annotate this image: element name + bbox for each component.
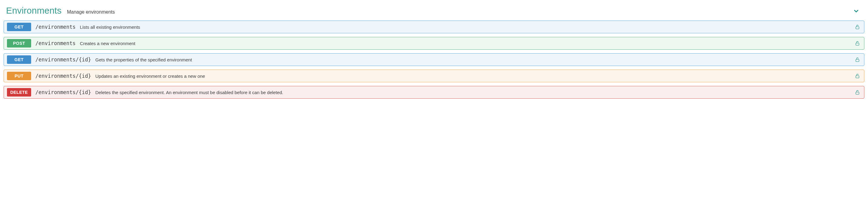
operation-row[interactable]: GET /environments/{id} Gets the properti… <box>4 53 864 66</box>
svg-rect-2 <box>856 59 859 61</box>
endpoint-description: Lists all existing environments <box>80 25 140 30</box>
endpoint-description: Gets the properties of the specified env… <box>95 57 192 62</box>
endpoint-path: /environments <box>35 40 75 46</box>
operation-row[interactable]: GET /environments Lists all existing env… <box>4 21 864 33</box>
endpoint-description: Deletes the specified environment. An en… <box>95 90 283 95</box>
unlock-icon[interactable] <box>855 90 860 95</box>
endpoint-description: Updates an existing environment or creat… <box>95 73 205 79</box>
operation-row[interactable]: DELETE /environments/{id} Deletes the sp… <box>4 86 864 99</box>
unlock-icon[interactable] <box>855 40 860 46</box>
section-title: Environments <box>6 5 61 16</box>
svg-rect-0 <box>856 27 859 29</box>
unlock-icon[interactable] <box>855 24 860 30</box>
operations-list: GET /environments Lists all existing env… <box>3 21 865 99</box>
http-method-badge: DELETE <box>7 88 31 96</box>
endpoint-path: /environments/{id} <box>35 57 91 63</box>
http-method-badge: GET <box>7 55 31 64</box>
operation-row[interactable]: POST /environments Creates a new environ… <box>4 37 864 50</box>
endpoint-path: /environments <box>35 24 75 30</box>
svg-rect-1 <box>856 43 859 45</box>
section-subtitle: Manage environments <box>67 9 115 15</box>
svg-rect-4 <box>856 92 859 94</box>
http-method-badge: GET <box>7 23 31 31</box>
operation-row[interactable]: PUT /environments/{id} Updates an existi… <box>4 69 864 82</box>
unlock-icon[interactable] <box>855 73 860 79</box>
endpoint-path: /environments/{id} <box>35 73 91 79</box>
section-header[interactable]: Environments Manage environments <box>3 3 865 21</box>
endpoint-path: /environments/{id} <box>35 89 91 95</box>
chevron-down-icon[interactable] <box>853 8 860 14</box>
unlock-icon[interactable] <box>855 57 860 62</box>
http-method-badge: PUT <box>7 72 31 80</box>
http-method-badge: POST <box>7 39 31 48</box>
svg-rect-3 <box>856 76 859 78</box>
endpoint-description: Creates a new environment <box>80 41 135 46</box>
